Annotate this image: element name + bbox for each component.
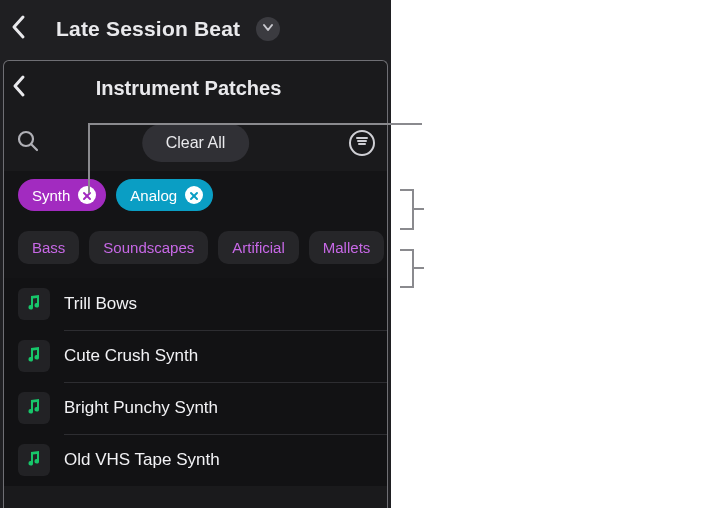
- callout-line: [414, 267, 424, 269]
- patch-list: Trill Bows Cute Crush Synth Bright Punch…: [4, 278, 387, 486]
- suggested-filter-chip[interactable]: Artificial: [218, 231, 299, 264]
- remove-filter-button[interactable]: [185, 186, 203, 204]
- selected-filter-label: Synth: [32, 187, 70, 204]
- project-titlebar: Late Session Beat: [0, 0, 391, 58]
- patch-row[interactable]: Old VHS Tape Synth: [4, 434, 387, 486]
- chevron-down-icon: [261, 20, 275, 38]
- patch-row[interactable]: Trill Bows: [4, 278, 387, 330]
- patch-name: Cute Crush Synth: [64, 346, 198, 366]
- patch-browser-panel: Instrument Patches Clear All Synth Analo: [3, 60, 388, 508]
- svg-line-1: [31, 144, 37, 150]
- filter-lines-icon: [355, 134, 369, 152]
- callout-line: [414, 208, 424, 210]
- panel-header: Instrument Patches: [4, 61, 387, 115]
- patch-name: Bright Punchy Synth: [64, 398, 218, 418]
- music-note-icon: [25, 345, 43, 367]
- patch-thumb: [18, 288, 50, 320]
- patch-row[interactable]: Cute Crush Synth: [4, 330, 387, 382]
- suggested-filter-chip[interactable]: Soundscapes: [89, 231, 208, 264]
- patch-row[interactable]: Bright Punchy Synth: [4, 382, 387, 434]
- callout-line: [88, 123, 422, 125]
- back-icon[interactable]: [10, 13, 28, 45]
- music-note-icon: [25, 397, 43, 419]
- patch-thumb: [18, 444, 50, 476]
- search-icon[interactable]: [16, 129, 40, 157]
- panel-title: Instrument Patches: [3, 77, 379, 100]
- selected-filter-chip[interactable]: Synth: [18, 179, 106, 211]
- suggested-filter-chip[interactable]: Mallets: [309, 231, 385, 264]
- music-note-icon: [25, 449, 43, 471]
- project-title: Late Session Beat: [56, 17, 240, 41]
- selected-filter-chip[interactable]: Analog: [116, 179, 213, 211]
- app-window: Late Session Beat Instrument Patches Cle…: [0, 0, 391, 508]
- close-icon: [189, 187, 199, 204]
- selected-filters-row: Synth Analog: [4, 171, 387, 221]
- callout-line: [88, 123, 90, 193]
- filter-options-button[interactable]: [349, 130, 375, 156]
- patch-thumb: [18, 340, 50, 372]
- patch-thumb: [18, 392, 50, 424]
- suggested-filters-row: Bass Soundscapes Artificial Mallets Per: [4, 221, 387, 278]
- clear-all-button[interactable]: Clear All: [142, 124, 250, 162]
- music-note-icon: [25, 293, 43, 315]
- patch-name: Trill Bows: [64, 294, 137, 314]
- project-dropdown-button[interactable]: [256, 17, 280, 41]
- patch-name: Old VHS Tape Synth: [64, 450, 220, 470]
- selected-filter-label: Analog: [130, 187, 177, 204]
- suggested-filter-chip[interactable]: Bass: [18, 231, 79, 264]
